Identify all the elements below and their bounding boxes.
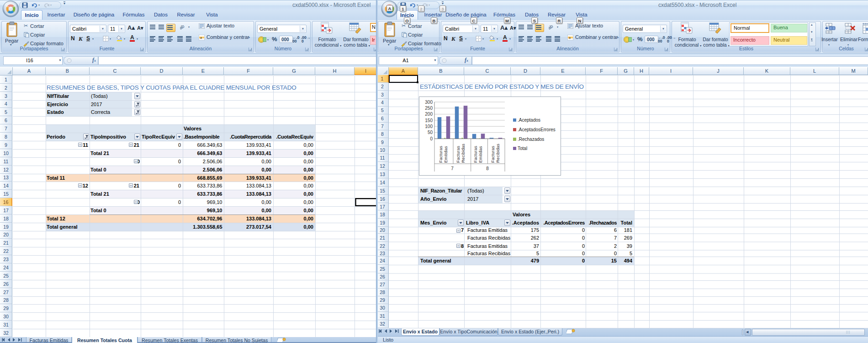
svg-text:50: 50 [428, 130, 433, 135]
svg-text:250: 250 [425, 106, 433, 111]
svg-text:100: 100 [425, 124, 433, 129]
svg-text:Facturas: Facturas [473, 146, 478, 163]
svg-text:200: 200 [425, 112, 433, 117]
svg-text:Emitidas: Emitidas [478, 146, 483, 163]
svg-text:Recibidas: Recibidas [460, 144, 466, 163]
svg-text:.Aceptados: .Aceptados [518, 118, 540, 123]
svg-text:Recibidas: Recibidas [495, 144, 500, 163]
svg-text:300: 300 [425, 100, 433, 105]
svg-text:150: 150 [425, 118, 433, 123]
svg-text:Facturas: Facturas [438, 146, 443, 163]
svg-text:Total: Total [518, 146, 527, 151]
svg-text:Facturas: Facturas [490, 146, 495, 163]
svg-text:8: 8 [486, 166, 489, 171]
svg-text:7: 7 [451, 166, 454, 171]
svg-text:Emitidas: Emitidas [443, 146, 448, 163]
svg-text:.Rechazados: .Rechazados [518, 137, 544, 142]
svg-text:.AceptadosErrores: .AceptadosErrores [518, 127, 556, 132]
svg-text:0: 0 [430, 136, 433, 141]
svg-text:Facturas: Facturas [455, 146, 460, 163]
